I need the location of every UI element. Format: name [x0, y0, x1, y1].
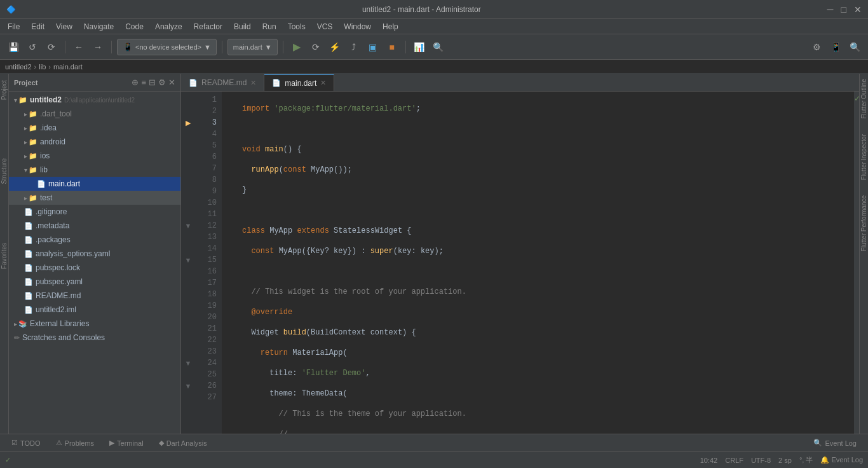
status-encoding[interactable]: UTF-8 [751, 457, 771, 464]
line-num-7: 7 [195, 163, 222, 174]
tree-item-analysis[interactable]: 📄 analysis_options.yaml [9, 247, 180, 261]
close-button[interactable]: ✕ [854, 4, 862, 15]
flutter-button[interactable]: ▣ [365, 39, 381, 55]
flutter-inspector-tab[interactable]: Flutter Inspector [859, 129, 868, 185]
coverage-button[interactable]: 📊 [411, 39, 428, 55]
todo-tab[interactable]: ☑ TODO [5, 436, 47, 451]
readme-tab-close[interactable]: ✕ [250, 79, 256, 87]
tree-item-pubspec-lock[interactable]: 📄 pubspec.lock [9, 261, 180, 275]
sidebar-header: Project ⊕ ≡ ⊟ ⚙ ✕ [9, 74, 180, 92]
editor-scrollbar[interactable]: ✓ [854, 92, 859, 434]
hot-reload-button[interactable]: ⚡ [327, 39, 343, 55]
favorites-tab-label[interactable]: Favorites [0, 239, 8, 273]
tree-item-scratches[interactable]: ✏ Scratches and Consoles [9, 331, 180, 345]
device2-button[interactable]: 📱 [827, 39, 844, 55]
event-log-tab[interactable]: 🔍 Event Log [807, 436, 863, 451]
menu-help[interactable]: Help [377, 21, 403, 32]
tree-item-metadata[interactable]: 📄 .metadata [9, 219, 180, 233]
status-indent[interactable]: 2 sp [778, 457, 792, 464]
line-num-2: 2 [195, 106, 222, 117]
breadcrumb-lib[interactable]: lib [39, 63, 46, 71]
dart-analysis-tab[interactable]: ◆ Dart Analysis [153, 436, 214, 451]
tree-item-gitignore[interactable]: 📄 .gitignore [9, 205, 180, 219]
refresh-button[interactable]: ⟳ [43, 39, 60, 55]
tree-item-dart-tool[interactable]: ▸ 📁 .dart_tool [9, 107, 180, 121]
tree-item-root[interactable]: ▾ 📁 untitled2 D:\allapplication\untitled… [9, 93, 180, 107]
collapse-icon[interactable]: ⊟ [149, 78, 156, 87]
breadcrumb-file[interactable]: main.dart [53, 63, 83, 71]
tab-readme[interactable]: 📄 README.md ✕ [181, 74, 264, 91]
code-content[interactable]: import 'package:flutter/material.dart'; … [222, 92, 854, 434]
gutter-26[interactable]: ▼ [181, 380, 195, 392]
dart-tab-label: main.dart [285, 79, 316, 88]
gutter-24[interactable]: ▼ [181, 357, 195, 369]
menu-tools[interactable]: Tools [283, 21, 311, 32]
forward-button[interactable]: → [90, 39, 106, 55]
menu-navigate[interactable]: Navigate [79, 21, 119, 32]
run-button[interactable]: ▶ [288, 39, 305, 55]
titlebar: 🔷 untitled2 - main.dart - Administrator … [0, 0, 868, 19]
reload-button[interactable]: ⟳ [308, 39, 324, 55]
flutter-outline-tab[interactable]: Flutter Outline [859, 74, 868, 124]
settings-button[interactable]: ⚙ [808, 39, 825, 55]
line-num-16: 16 [195, 266, 222, 277]
maximize-button[interactable]: □ [841, 4, 846, 15]
tree-item-android[interactable]: ▸ 📁 android [9, 135, 180, 149]
gutter-12[interactable]: ▼ [181, 220, 195, 231]
code-line-14: title: 'Flutter Demo', [227, 368, 854, 379]
search2-button[interactable]: 🔍 [846, 39, 863, 55]
menu-window[interactable]: Window [339, 21, 376, 32]
menu-edit[interactable]: Edit [26, 21, 50, 32]
code-line-12: Widget build(BuildContext context) { [227, 327, 854, 338]
status-bar: ✓ 10:42 CRLF UTF-8 2 sp °, 半 🔔 Event Log [0, 451, 868, 468]
status-right: 10:42 CRLF UTF-8 2 sp °, 半 🔔 Event Log [700, 455, 863, 465]
project-tab-label[interactable]: Project [0, 76, 8, 104]
breadcrumb-root[interactable]: untitled2 [5, 63, 32, 71]
menu-build[interactable]: Build [229, 21, 256, 32]
file-selector[interactable]: main.dart ▼ [227, 39, 278, 55]
add-content-icon[interactable]: ⊕ [132, 78, 139, 87]
menu-run[interactable]: Run [257, 21, 281, 32]
tree-item-ios[interactable]: ▸ 📁 ios [9, 149, 180, 163]
back-button[interactable]: ← [71, 39, 87, 55]
tree-item-iml[interactable]: 📄 untitled2.iml [9, 303, 180, 317]
tree-item-packages[interactable]: 📄 .packages [9, 233, 180, 247]
tree-item-idea[interactable]: ▸ 📁 .idea [9, 121, 180, 135]
menu-view[interactable]: View [51, 21, 78, 32]
tree-item-external-libraries[interactable]: ▸ 📚 External Libraries [9, 317, 180, 331]
minimize-button[interactable]: ─ [827, 4, 834, 15]
settings-icon[interactable]: ⚙ [158, 78, 166, 87]
dart-tab-close[interactable]: ✕ [320, 79, 326, 87]
close-panel-icon[interactable]: ✕ [168, 78, 175, 87]
status-crlf[interactable]: CRLF [725, 457, 743, 464]
menu-refactor[interactable]: Refactor [189, 21, 227, 32]
event-log-label: Event Log [825, 439, 857, 447]
search-button[interactable]: 🔍 [430, 39, 447, 55]
status-event-log[interactable]: 🔔 Event Log [820, 456, 863, 464]
tree-item-pubspec-yaml[interactable]: 📄 pubspec.yaml [9, 275, 180, 289]
tab-main-dart[interactable]: 📄 main.dart ✕ [264, 74, 334, 91]
tree-item-main-dart[interactable]: 📄 main.dart [9, 177, 180, 191]
menu-file[interactable]: File [3, 21, 25, 32]
sync-button[interactable]: ↺ [24, 39, 41, 55]
line-num-22: 22 [195, 334, 222, 346]
menu-vcs[interactable]: VCS [312, 21, 338, 32]
code-line-1: import 'package:flutter/material.dart'; [227, 103, 854, 114]
structure-tab-label[interactable]: Structure [0, 155, 8, 188]
problems-tab[interactable]: ⚠ Problems [50, 436, 100, 451]
expand-all-icon[interactable]: ≡ [141, 78, 146, 87]
tree-item-readme[interactable]: 📄 README.md [9, 289, 180, 303]
terminal-tab[interactable]: ▶ Terminal [103, 436, 150, 451]
gutter-15[interactable]: ▼ [181, 254, 195, 266]
flutter-performance-tab[interactable]: Flutter Performance [859, 190, 868, 256]
stop-button[interactable]: ■ [384, 39, 400, 55]
tree-item-test[interactable]: ▸ 📁 test [9, 191, 180, 205]
menubar: File Edit View Navigate Code Analyze Ref… [0, 19, 868, 34]
menu-analyze[interactable]: Analyze [150, 21, 187, 32]
device-selector[interactable]: 📱 <no device selected> ▼ [117, 39, 217, 55]
save-all-button[interactable]: 💾 [5, 39, 22, 55]
tree-item-lib[interactable]: ▾ 📁 lib [9, 163, 180, 177]
line-num-21: 21 [195, 323, 222, 334]
menu-code[interactable]: Code [120, 21, 149, 32]
step-button[interactable]: ⤴ [346, 39, 362, 55]
